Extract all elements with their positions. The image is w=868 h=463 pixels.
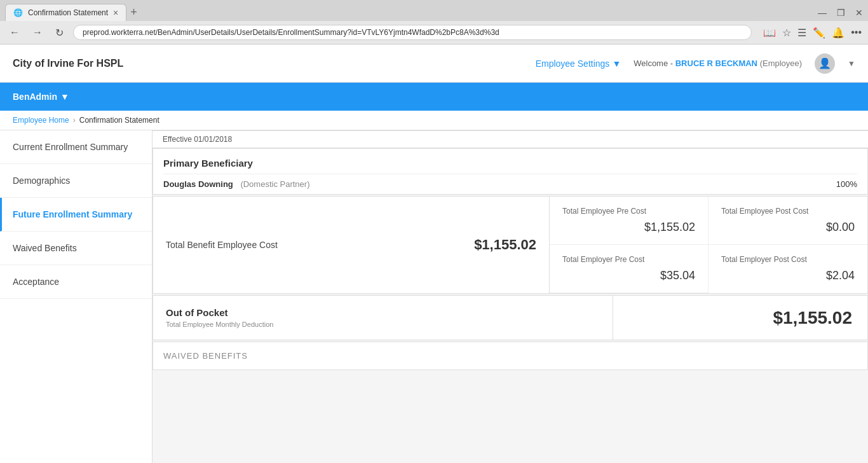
new-tab-button[interactable]: +	[130, 6, 137, 19]
back-button[interactable]: ←	[6, 25, 23, 39]
oop-title: Out of Pocket	[166, 307, 600, 318]
breadcrumb-home-link[interactable]: Employee Home	[13, 116, 69, 125]
welcome-section: Welcome - BRUCE R BECKMAN (Employee)	[634, 59, 802, 68]
header-right: Employee Settings ▼ Welcome - BRUCE R BE…	[536, 53, 855, 74]
menu-icon[interactable]: ☰	[797, 27, 806, 39]
beneficiary-name: Douglas Downing	[163, 179, 233, 189]
active-tab[interactable]: 🌐 Confirmation Statement ×	[5, 4, 126, 21]
sidebar-item-waived-benefits[interactable]: Waived Benefits	[0, 232, 152, 265]
cost-left: Total Benefit Employee Cost $1,155.02	[153, 197, 550, 293]
oop-right: $1,155.02	[613, 296, 867, 340]
settings-chevron-icon: ▼	[612, 59, 621, 69]
sidebar-item-demographics[interactable]: Demographics	[0, 164, 152, 198]
avatar[interactable]: 👤	[815, 53, 835, 74]
beneficiary-section: Primary Beneficiary Douglas Downing (Dom…	[153, 148, 868, 195]
employee-pre-cost-label: Total Employee Pre Cost	[562, 207, 695, 216]
company-name: City of Irvine For HSPL	[13, 58, 123, 69]
effective-date-bar: Effective 01/01/2018	[153, 130, 868, 148]
breadcrumb: Employee Home › Confirmation Statement	[0, 111, 868, 130]
app-header: City of Irvine For HSPL Employee Setting…	[0, 45, 868, 83]
employee-post-cost-label: Total Employee Post Cost	[721, 207, 855, 216]
user-role: (Employee)	[760, 59, 802, 68]
out-of-pocket-section: Out of Pocket Total Employee Monthly Ded…	[153, 295, 868, 340]
waived-benefits-label: WAIVED BENEFITS	[153, 342, 868, 370]
restore-button[interactable]: ❒	[837, 8, 845, 18]
cost-summary: Total Benefit Employee Cost $1,155.02 To…	[153, 196, 868, 294]
beneficiary-percentage: 100%	[836, 179, 857, 189]
oop-left: Out of Pocket Total Employee Monthly Ded…	[153, 296, 613, 340]
forward-button[interactable]: →	[29, 25, 46, 39]
employer-post-cost-cell: Total Employer Post Cost $2.04	[709, 245, 867, 293]
sidebar-item-future-enrollment[interactable]: Future Enrollment Summary	[0, 198, 152, 232]
edit-icon[interactable]: ✏️	[813, 27, 825, 39]
employee-pre-cost-value: $1,155.02	[562, 221, 695, 234]
welcome-prefix: Welcome -	[634, 59, 675, 68]
employee-pre-cost-cell: Total Employee Pre Cost $1,155.02	[550, 197, 709, 245]
benadmin-menu-button[interactable]: BenAdmin ▼	[13, 92, 69, 102]
benadmin-chevron-icon: ▼	[60, 92, 69, 102]
cost-right: Total Employee Pre Cost $1,155.02 Total …	[550, 197, 867, 293]
beneficiary-title: Primary Beneficiary	[163, 149, 857, 174]
benadmin-label: BenAdmin	[13, 92, 57, 102]
sidebar-item-label: Current Enrollment Summary	[13, 142, 128, 152]
employer-post-cost-label: Total Employer Post Cost	[721, 255, 855, 264]
sidebar-item-current-enrollment[interactable]: Current Enrollment Summary	[0, 130, 152, 164]
tab-favicon: 🌐	[13, 8, 23, 17]
employee-settings-label: Employee Settings	[536, 59, 610, 69]
window-controls: — ❒ ✕	[818, 8, 863, 18]
address-bar[interactable]: preprod.workterra.net/BenAdmin/UserDetai…	[73, 25, 752, 40]
breadcrumb-separator: ›	[73, 116, 76, 125]
reload-button[interactable]: ↻	[52, 25, 67, 40]
employer-pre-cost-cell: Total Employer Pre Cost $35.04	[550, 245, 709, 293]
content-area: Effective 01/01/2018 Primary Beneficiary…	[153, 130, 868, 463]
total-benefit-employee-cost-label: Total Benefit Employee Cost	[166, 240, 278, 250]
tab-title: Confirmation Statement	[28, 8, 108, 17]
tab-bar: 🌐 Confirmation Statement × + — ❒ ✕	[0, 0, 868, 21]
sidebar: Current Enrollment Summary Demographics …	[0, 130, 153, 463]
main-layout: Current Enrollment Summary Demographics …	[0, 130, 868, 463]
reading-view-icon[interactable]: 📖	[763, 27, 776, 39]
tab-close-button[interactable]: ×	[113, 8, 118, 18]
favorites-icon[interactable]: ☆	[782, 27, 791, 39]
employee-settings-button[interactable]: Employee Settings ▼	[536, 59, 621, 69]
employer-pre-cost-label: Total Employer Pre Cost	[562, 255, 695, 264]
sidebar-item-label: Waived Benefits	[13, 243, 77, 253]
beneficiary-name-area: Douglas Downing (Domestic Partner)	[163, 179, 309, 189]
total-benefit-employee-cost-value: $1,155.02	[474, 237, 536, 253]
effective-date-label: Effective 01/01/2018	[163, 135, 341, 144]
sidebar-item-acceptance[interactable]: Acceptance	[0, 265, 152, 299]
employer-pre-cost-value: $35.04	[562, 269, 695, 282]
minimize-button[interactable]: —	[818, 8, 827, 18]
user-dropdown-arrow[interactable]: ▼	[848, 59, 855, 68]
address-bar-row: ← → ↻ preprod.workterra.net/BenAdmin/Use…	[0, 21, 868, 44]
sidebar-item-label: Future Enrollment Summary	[13, 209, 132, 219]
browser-chrome: 🌐 Confirmation Statement × + — ❒ ✕ ← → ↻…	[0, 0, 868, 45]
oop-value: $1,155.02	[773, 308, 852, 328]
employee-post-cost-value: $0.00	[721, 221, 855, 234]
toolbar-icons: 📖 ☆ ☰ ✏️ 🔔 •••	[763, 27, 862, 39]
sidebar-item-label: Demographics	[13, 176, 70, 186]
beneficiary-row: Douglas Downing (Domestic Partner) 100%	[163, 174, 857, 194]
employee-post-cost-cell: Total Employee Post Cost $0.00	[709, 197, 867, 245]
close-window-button[interactable]: ✕	[855, 8, 863, 18]
oop-subtitle: Total Employee Monthly Deduction	[166, 321, 600, 328]
breadcrumb-current: Confirmation Statement	[79, 116, 159, 125]
sidebar-item-label: Acceptance	[13, 277, 59, 287]
notifications-icon[interactable]: 🔔	[832, 27, 844, 39]
employer-post-cost-value: $2.04	[721, 269, 855, 282]
beneficiary-type: (Domestic Partner)	[240, 179, 309, 189]
blue-nav: BenAdmin ▼	[0, 83, 868, 111]
user-name: BRUCE R BECKMAN	[675, 59, 757, 68]
more-icon[interactable]: •••	[851, 27, 862, 39]
